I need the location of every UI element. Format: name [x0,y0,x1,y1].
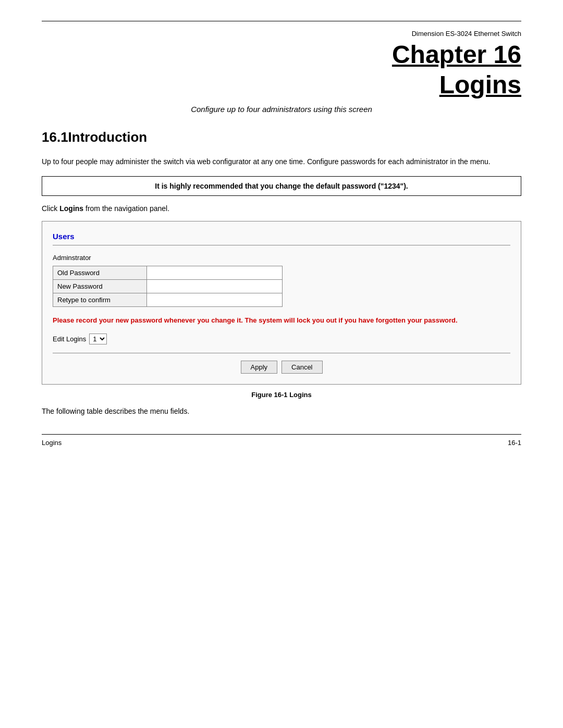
retype-confirm-label: Retype to confirm [53,293,147,306]
page-footer: Logins 16-1 [42,434,521,447]
retype-confirm-input[interactable] [151,296,278,304]
edit-logins-row: Edit Logins 1 2 3 4 [53,334,510,344]
panel-title: Users [53,232,510,245]
chapter-subject: Logins [439,71,521,98]
new-password-cell [147,279,283,293]
table-row: Retype to confirm [53,293,510,306]
logins-panel: Users Adminstrator Old Password New Pass… [42,221,521,385]
spacer-2 [283,279,510,293]
table-row: New Password [53,279,510,293]
spacer-1 [283,266,510,279]
fields-table: Old Password New Password Retype to conf… [53,266,510,307]
page-subtitle: Configure up to four administrators usin… [42,105,521,114]
warning-box: It is highly recommended that you change… [42,176,521,196]
old-password-input[interactable] [151,269,278,277]
chapter-label: Chapter 16 [392,41,521,68]
following-text: The following table describes the menu f… [42,407,521,415]
intro-paragraph: Up to four people may administer the swi… [42,156,521,167]
footer-right: 16-1 [508,439,521,447]
chapter-title: Chapter 16 Logins [42,40,521,100]
old-password-cell [147,266,283,279]
old-password-label: Old Password [53,266,147,279]
table-row: Old Password [53,266,510,279]
edit-logins-label: Edit Logins [53,335,86,343]
panel-divider [53,353,510,353]
figure-caption: Figure 16-1 Logins [42,391,521,399]
panel-warning-message: Please record your new password whenever… [53,315,510,326]
admin-label: Adminstrator [53,254,510,262]
cancel-button[interactable]: Cancel [282,361,322,374]
new-password-label: New Password [53,279,147,293]
section-heading: 16.1Introduction [42,129,521,145]
footer-left: Logins [42,439,62,447]
edit-logins-select[interactable]: 1 2 3 4 [89,334,107,344]
nav-instruction: Click Logins from the navigation panel. [42,204,521,213]
product-name: Dimension ES-3024 Ethernet Switch [42,26,521,40]
new-password-input[interactable] [151,282,278,290]
retype-confirm-cell [147,293,283,306]
spacer-3 [283,293,510,306]
buttons-row: Apply Cancel [53,361,510,374]
warning-text: It is highly recommended that you change… [53,182,510,190]
apply-button[interactable]: Apply [241,361,278,374]
